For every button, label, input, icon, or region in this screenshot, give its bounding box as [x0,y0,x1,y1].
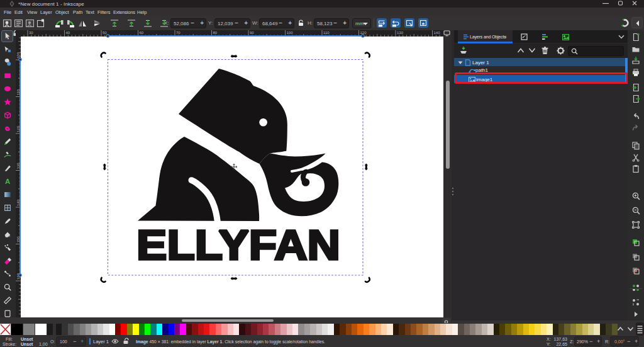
svg-text:140: 140 [16,199,20,206]
svg-text:120: 120 [16,125,20,132]
svg-text:130: 130 [397,31,404,35]
svg-text:80: 80 [213,31,218,35]
svg-text:140: 140 [434,31,441,35]
svg-text:40: 40 [66,31,70,35]
svg-text:ELLYFAN: ELLYFAN [136,222,340,268]
svg-text:30: 30 [29,31,33,35]
svg-text:120: 120 [360,31,367,35]
svg-text:90: 90 [250,31,254,35]
svg-text:130: 130 [16,162,20,169]
svg-text:100: 100 [287,31,294,35]
svg-text:150: 150 [16,236,20,243]
svg-text:100: 100 [16,52,20,59]
svg-text:110: 110 [16,89,20,95]
svg-text:50: 50 [103,31,107,35]
svg-text:70: 70 [176,31,180,35]
svg-text:110: 110 [323,31,330,35]
svg-text:60: 60 [140,31,144,35]
